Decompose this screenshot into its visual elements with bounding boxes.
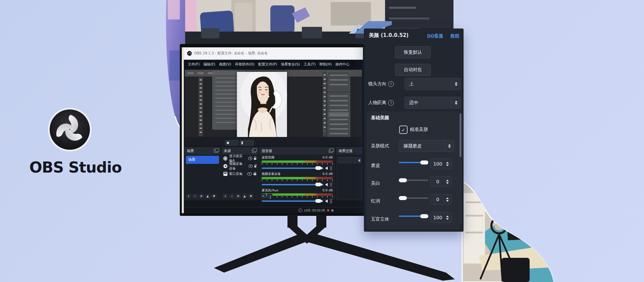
- source-name: 窗口采集: [229, 172, 243, 176]
- audio-meter: [262, 177, 333, 179]
- menu-scene-collection[interactable]: 场景集合(S): [281, 62, 300, 67]
- number-spinner-icon[interactable]: [445, 197, 450, 202]
- scene-up-button[interactable]: ▲: [205, 194, 210, 199]
- audio-mixer-dock: 混音器 桌面音频 0.0 dB 视频采集设备 0.0 dB: [259, 147, 335, 200]
- scene-item-selected[interactable]: 场景: [186, 156, 219, 164]
- qq-support-link[interactable]: QQ客服: [427, 33, 443, 39]
- source-down-button[interactable]: ▼: [248, 194, 254, 199]
- source-properties-button[interactable]: ⚙: [235, 194, 241, 199]
- number-spinner-icon[interactable]: [445, 180, 450, 184]
- face-3d-value[interactable]: 100: [430, 212, 452, 223]
- preview-chip-2[interactable]: [240, 140, 254, 146]
- dock-config-icon[interactable]: [214, 149, 218, 153]
- video-capture-icon: [223, 164, 227, 168]
- visibility-eye-icon[interactable]: [247, 172, 252, 176]
- scenes-dock: 场景 场景 + − ⚙ ▲ ▼: [184, 147, 220, 200]
- mixer-fader-button[interactable]: [267, 194, 272, 199]
- scene-down-button[interactable]: ▼: [211, 194, 217, 199]
- channel-db: 0.0 dB: [322, 188, 333, 193]
- mixer-pen-button[interactable]: ✎: [261, 194, 266, 199]
- menu-view[interactable]: 视图(V): [219, 62, 231, 67]
- lock-icon[interactable]: [254, 173, 256, 175]
- tutorial-link[interactable]: 教程: [450, 33, 459, 39]
- menu-help[interactable]: 帮助(H): [319, 62, 332, 67]
- slider-handle[interactable]: [420, 214, 428, 218]
- skin-mode-select[interactable]: 朦胧磨皮: [399, 140, 454, 152]
- camera-direction-select[interactable]: 上: [405, 78, 461, 90]
- slider-handle[interactable]: [420, 160, 428, 164]
- select-spinner-icon[interactable]: [444, 140, 454, 151]
- whitening-slider[interactable]: [399, 178, 428, 182]
- collapse-arrow-icon[interactable]: [358, 159, 360, 162]
- camera-direction-label: 镜头方向 ?: [368, 81, 394, 87]
- remove-source-button[interactable]: −: [229, 194, 234, 199]
- transitions-dock: 场景过渡: [336, 147, 362, 200]
- channel-options-icon[interactable]: [329, 198, 333, 204]
- obs-logo: [47, 107, 93, 152]
- select-spinner-icon[interactable]: [451, 78, 461, 90]
- slider-handle[interactable]: [399, 196, 407, 200]
- remove-scene-button[interactable]: −: [192, 194, 198, 199]
- beauty-filter-panel: 美颜 (1.0.0.52) QQ客服 教程 恢复默认 自动对焦 镜头方向 ? 上…: [364, 29, 464, 232]
- channel-options-icon[interactable]: [329, 182, 333, 187]
- volume-slider[interactable]: [262, 184, 323, 185]
- scene-filters-button[interactable]: ⚙: [199, 194, 204, 199]
- add-scene-button[interactable]: +: [186, 194, 191, 199]
- transition-select[interactable]: [338, 157, 361, 163]
- menu-docks[interactable]: 停靠部件(D): [235, 62, 254, 67]
- visibility-eye-icon[interactable]: [248, 157, 252, 160]
- precise-skin-checkbox[interactable]: ✓: [399, 126, 408, 134]
- source-up-button[interactable]: ▲: [242, 194, 247, 199]
- help-icon[interactable]: ?: [388, 100, 394, 106]
- smooth-skin-slider[interactable]: [399, 160, 428, 164]
- menu-profile[interactable]: 配置文件(P): [258, 62, 277, 67]
- add-source-button[interactable]: +: [223, 194, 228, 199]
- visibility-eye-icon[interactable]: [249, 164, 253, 168]
- mixer-channel: 桌面音频 0.0 dB: [260, 154, 335, 171]
- volume-slider[interactable]: [262, 200, 323, 202]
- face-3d-slider[interactable]: [399, 214, 428, 218]
- whitening-value[interactable]: 0: [430, 176, 452, 187]
- restore-defaults-button[interactable]: 恢复默认: [395, 46, 431, 58]
- ps-layers-panel: [327, 92, 350, 137]
- smooth-skin-value[interactable]: 100: [430, 158, 452, 169]
- dock-config-icon[interactable]: [252, 149, 256, 153]
- sources-dock-title: 来源: [224, 149, 231, 153]
- stream-signal-icon: [299, 208, 302, 212]
- person-distance-select[interactable]: 适中: [405, 97, 461, 109]
- obs-title-bar[interactable]: OBS 29.1.3 - 配置文件: 未命名 - 场景: 未命名: [184, 47, 363, 60]
- speaker-icon[interactable]: [325, 199, 328, 203]
- source-row[interactable]: 窗口采集: [222, 170, 258, 178]
- panel-title: 美颜 (1.0.0.52): [369, 32, 409, 39]
- transitions-dock-title: 场景过渡: [338, 149, 353, 153]
- speaker-icon[interactable]: [325, 167, 328, 170]
- channel-name: 麦克风/Aux: [262, 188, 278, 193]
- menu-plugin-center[interactable]: 插件中心: [335, 62, 350, 67]
- autofocus-button[interactable]: 自动对焦: [395, 64, 431, 76]
- rosy-value[interactable]: 0: [430, 194, 452, 205]
- lock-icon[interactable]: [254, 158, 256, 160]
- speaker-icon[interactable]: [325, 183, 328, 186]
- source-row[interactable]: 视频采集设备: [222, 162, 258, 170]
- number-spinner-icon[interactable]: [445, 162, 450, 166]
- scenes-dock-title: 场景: [187, 149, 194, 153]
- dock-config-icon[interactable]: [329, 149, 333, 153]
- preview-chip-1[interactable]: [225, 140, 238, 146]
- menu-tools[interactable]: 工具(T): [304, 62, 316, 67]
- channel-db: 0.0 dB: [322, 172, 333, 176]
- menu-edit[interactable]: 编辑(E): [203, 62, 215, 67]
- obs-app-window: OBS 29.1.3 - 配置文件: 未命名 - 场景: 未命名 文件(F) 编…: [184, 47, 363, 213]
- slider-handle[interactable]: [399, 178, 407, 182]
- lock-icon[interactable]: [254, 166, 256, 168]
- number-spinner-icon[interactable]: [445, 216, 450, 220]
- menu-file[interactable]: 文件(F): [188, 62, 200, 67]
- panel-scrollbar-thumb[interactable]: [460, 113, 462, 157]
- channel-options-icon[interactable]: [329, 166, 333, 171]
- volume-slider[interactable]: [262, 168, 323, 169]
- sources-dock: 来源 显示器采集A 视频采集设备 窗口采集 + − ⚙: [221, 147, 258, 200]
- obs-preview-area[interactable]: [184, 69, 363, 147]
- select-spinner-icon[interactable]: [451, 97, 461, 108]
- portrait-photo: [237, 72, 287, 137]
- help-icon[interactable]: ?: [388, 81, 394, 87]
- rosy-slider[interactable]: [399, 196, 428, 200]
